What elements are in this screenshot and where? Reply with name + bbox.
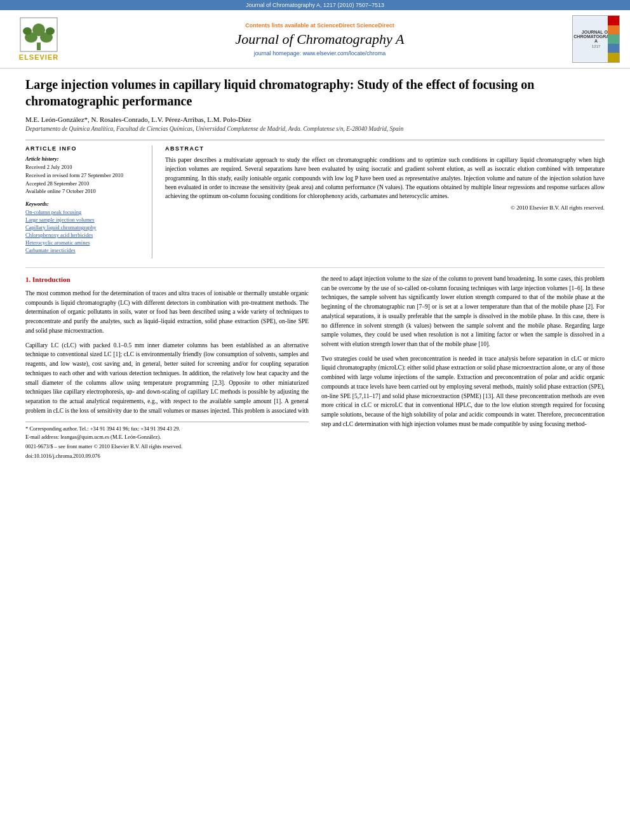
keyword-1[interactable]: On-column peak focusing xyxy=(25,209,144,215)
journal-center: Contents lists available at ScienceDirec… xyxy=(77,22,562,57)
revised-date: Received in revised form 27 September 20… xyxy=(25,171,144,180)
svg-point-4 xyxy=(23,27,32,35)
col2-para2: Two strategies could be used when precon… xyxy=(321,354,605,429)
journal-homepage: journal homepage: www.elsevier.com/locat… xyxy=(77,50,562,57)
article-info-abstract: ARTICLE INFO Article history: Received 2… xyxy=(25,140,605,258)
footnote-email: E-mail address: leangas@quim.ucm.es (M.E… xyxy=(25,433,309,441)
keywords-section: Keywords: On-column peak focusing Large … xyxy=(25,201,144,253)
section-title-text: Introduction xyxy=(32,276,70,283)
abstract-panel: ABSTRACT This paper describes a multivar… xyxy=(165,145,605,258)
homepage-url[interactable]: www.elsevier.com/locate/chroma xyxy=(303,50,386,57)
body-col-left: 1. Introduction The most common method f… xyxy=(25,274,309,460)
elsevier-logo: ELSEVIER xyxy=(10,17,67,61)
copyright-line: © 2010 Elsevier B.V. All rights reserved… xyxy=(165,204,605,211)
authors-text: M.E. León-González*, N. Rosales-Conrado,… xyxy=(25,116,251,123)
keyword-3[interactable]: Capillary liquid chromatography xyxy=(25,224,144,230)
doi-line: doi:10.1016/j.chroma.2010.09.076 xyxy=(25,452,309,460)
journal-header: ELSEVIER Contents lists available at Sci… xyxy=(0,10,630,69)
svg-point-3 xyxy=(32,23,45,36)
svg-point-5 xyxy=(46,27,55,35)
section-num: 1. xyxy=(25,276,30,283)
body-content: 1. Introduction The most common method f… xyxy=(25,267,605,460)
body-col-right: the need to adapt injection volume to th… xyxy=(321,274,605,460)
authors-line: M.E. León-González*, N. Rosales-Conrado,… xyxy=(25,116,605,123)
journal-reference-text: Journal of Chromatography A, 1217 (2010)… xyxy=(246,2,384,8)
abstract-body: This paper describes a multivariate appr… xyxy=(165,156,605,201)
keyword-5[interactable]: Heterocyclic aromatic amines xyxy=(25,239,144,246)
intro-para2: Capillary LC (cLC) with packed 0.1–0.5 m… xyxy=(25,341,309,416)
issn-line: 0021-9673/$ – see front matter © 2010 El… xyxy=(25,443,309,451)
received-date: Received 2 July 2010 xyxy=(25,163,144,171)
article-info-panel: ARTICLE INFO Article history: Received 2… xyxy=(25,145,152,258)
history-label: Article history: xyxy=(25,156,144,162)
main-content: Large injection volumes in capillary liq… xyxy=(0,69,630,468)
footnote-area: * Corresponding author. Tel.: +34 91 394… xyxy=(25,422,309,460)
article-history: Article history: Received 2 July 2010 Re… xyxy=(25,156,144,196)
sciencedirect-note: Contents lists available at ScienceDirec… xyxy=(77,22,562,29)
footnote-corresponding: * Corresponding author. Tel.: +34 91 394… xyxy=(25,425,309,433)
cover-stripes xyxy=(608,16,619,62)
journal-title: Journal of Chromatography A xyxy=(77,31,562,48)
available-date: Available online 7 October 2010 xyxy=(25,187,144,196)
col2-para1: the need to adapt injection volume to th… xyxy=(321,274,605,349)
article-info-heading: ARTICLE INFO xyxy=(25,145,144,152)
keywords-label: Keywords: xyxy=(25,201,144,207)
intro-heading: 1. Introduction xyxy=(25,274,309,285)
affiliation: Departamento de Química Analítica, Facul… xyxy=(25,126,605,132)
paper-title: Large injection volumes in capillary liq… xyxy=(25,76,605,109)
journal-cover-image: JOURNAL OFCHROMATOGRAPHY A 1217 xyxy=(572,15,620,63)
keyword-2[interactable]: Large sample injection volumes xyxy=(25,217,144,223)
keyword-4[interactable]: Chlorophenoxy acid herbicides xyxy=(25,232,144,238)
journal-reference-bar: Journal of Chromatography A, 1217 (2010)… xyxy=(0,0,630,10)
elsevier-tree-icon xyxy=(20,17,58,52)
intro-para1: The most common method for the determina… xyxy=(25,289,309,336)
abstract-heading: ABSTRACT xyxy=(165,145,605,152)
svg-rect-0 xyxy=(37,43,41,50)
accepted-date: Accepted 28 September 2010 xyxy=(25,180,144,188)
elsevier-label: ELSEVIER xyxy=(19,53,58,61)
keyword-6[interactable]: Carbamate insecticides xyxy=(25,247,144,253)
